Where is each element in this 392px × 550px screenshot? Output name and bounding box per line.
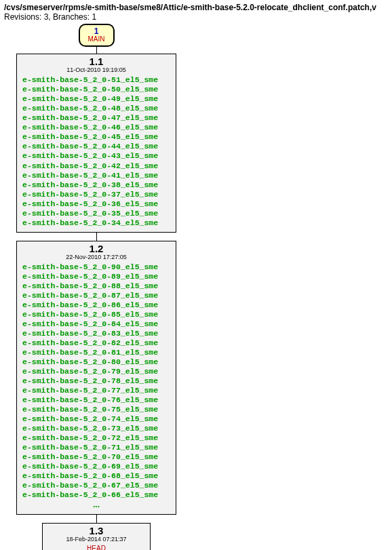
repo-path: /cvs/smeserver/rpms/e-smith-base/sme8/At… [4,3,388,12]
connector [96,515,97,523]
revision-date: 22-Nov-2010 17:27:05 [21,254,172,261]
tag: e-smith-base-5_2_0-78_el5_sme [22,376,170,386]
connector [96,47,97,54]
tag: e-smith-base-5_2_0-84_el5_sme [22,319,170,329]
revision-date: 11-Oct-2010 19:19:05 [21,67,172,74]
tag: e-smith-base-5_2_0-37_el5_sme [22,190,170,199]
tag: e-smith-base-5_2_0-67_el5_sme [22,481,170,490]
tag: e-smith-base-5_2_0-41_el5_sme [22,171,170,180]
revision-number: 1.3 [47,526,146,537]
branch-box-main[interactable]: 1 MAIN [79,24,115,47]
tag: e-smith-base-5_2_0-87_el5_sme [22,291,170,300]
tag: e-smith-base-5_2_0-72_el5_sme [22,433,170,443]
tag: e-smith-base-5_2_0-76_el5_sme [22,395,170,405]
tag: e-smith-base-5_2_0-86_el5_sme [22,300,170,310]
tag: e-smith-base-5_2_0-42_el5_sme [22,161,170,171]
tag: e-smith-base-5_2_0-68_el5_sme [22,471,170,481]
tag: e-smith-base-5_2_0-51_el5_sme [22,75,170,85]
branch-name: MAIN [88,36,105,43]
connector [96,233,97,241]
tag: e-smith-base-5_2_0-46_el5_sme [22,123,170,132]
tag: e-smith-base-5_2_0-44_el5_sme [22,142,170,151]
tag: e-smith-base-5_2_0-47_el5_sme [22,113,170,123]
tag: e-smith-base-5_2_0-73_el5_sme [22,424,170,433]
tag: e-smith-base-5_2_0-38_el5_sme [22,180,170,190]
tag: e-smith-base-5_2_0-75_el5_sme [22,405,170,414]
revision-graph: 1 MAIN 1.1 11-Oct-2010 19:19:05 e-smith-… [4,24,388,550]
tag: e-smith-base-5_2_0-79_el5_sme [22,367,170,376]
tag-list: e-smith-base-5_2_0-51_el5_smee-smith-bas… [21,75,172,227]
tag: e-smith-base-5_2_0-82_el5_sme [22,338,170,348]
tag: e-smith-base-5_2_0-81_el5_sme [22,348,170,357]
revision-number: 1.1 [21,56,172,68]
tag: e-smith-base-5_2_0-49_el5_sme [22,94,170,104]
tag: e-smith-base-5_2_0-45_el5_sme [22,132,170,142]
tag: e-smith-base-5_2_0-90_el5_sme [22,262,170,272]
tag-more: ... [21,500,172,509]
tag: e-smith-base-5_2_0-35_el5_sme [22,209,170,218]
tag: e-smith-base-5_2_0-83_el5_sme [22,329,170,338]
tag: e-smith-base-5_2_0-70_el5_sme [22,452,170,462]
tag: e-smith-base-5_2_0-74_el5_sme [22,414,170,424]
tag: e-smith-base-5_2_0-34_el5_sme [22,218,170,228]
revisions-summary: Revisions: 3, Branches: 1 [4,12,388,22]
tag: e-smith-base-5_2_0-77_el5_sme [22,386,170,395]
revision-box-1-1[interactable]: 1.1 11-Oct-2010 19:19:05 e-smith-base-5_… [16,54,176,233]
tag: e-smith-base-5_2_0-66_el5_sme [22,490,170,500]
tag: e-smith-base-5_2_0-48_el5_sme [22,104,170,113]
revision-date: 18-Feb-2014 07:21:37 [47,536,146,543]
tag: e-smith-base-5_2_0-80_el5_sme [22,357,170,367]
revision-number: 1.2 [21,243,172,255]
tag: e-smith-base-5_2_0-36_el5_sme [22,199,170,209]
branch-number: 1 [88,27,105,36]
tag: e-smith-base-5_2_0-89_el5_sme [22,272,170,281]
tag-list: e-smith-base-5_2_0-90_el5_smee-smith-bas… [21,262,172,500]
tag: e-smith-base-5_2_0-69_el5_sme [22,462,170,471]
tag: e-smith-base-5_2_0-43_el5_sme [22,151,170,161]
tag: e-smith-base-5_2_0-50_el5_sme [22,85,170,94]
revision-box-1-2[interactable]: 1.2 22-Nov-2010 17:27:05 e-smith-base-5_… [16,241,176,515]
head-label: HEAD [47,545,146,550]
tag: e-smith-base-5_2_0-85_el5_sme [22,310,170,319]
tag: e-smith-base-5_2_0-71_el5_sme [22,443,170,452]
revision-box-1-3[interactable]: 1.3 18-Feb-2014 07:21:37 HEAD [42,523,151,550]
tag: e-smith-base-5_2_0-88_el5_sme [22,281,170,291]
